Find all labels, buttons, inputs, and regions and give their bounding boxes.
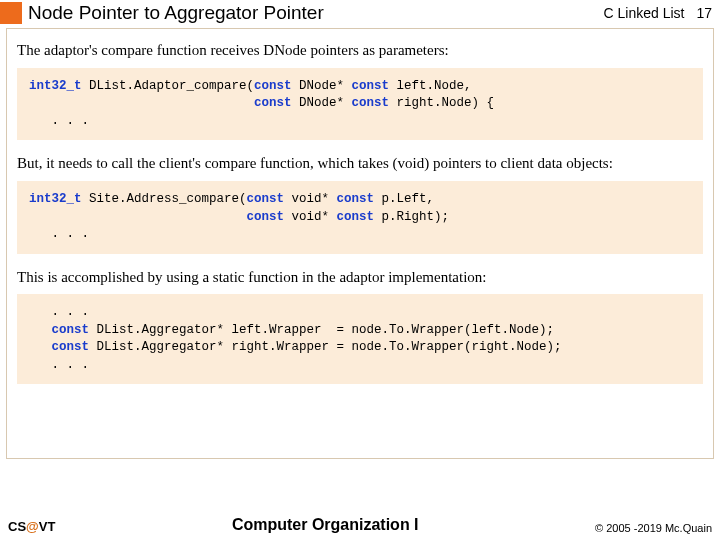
code-block-2: int32_t Site.Address_compare(const void*… bbox=[17, 181, 703, 254]
code-text: DNode* bbox=[292, 79, 352, 93]
footer-cs: CS bbox=[8, 519, 26, 534]
code-ellipsis: . . . bbox=[29, 227, 89, 241]
footer-at: @ bbox=[26, 519, 39, 534]
code-ellipsis: . . . bbox=[29, 114, 89, 128]
code-text: left.Node, bbox=[389, 79, 472, 93]
paragraph-3: This is accomplished by using a static f… bbox=[17, 268, 703, 287]
code-ellipsis: . . . bbox=[29, 305, 89, 319]
code-block-3: . . . const DList.Aggregator* left.Wrapp… bbox=[17, 294, 703, 384]
slide-number: 17 bbox=[696, 5, 712, 21]
slide-header: Node Pointer to Aggregator Pointer C Lin… bbox=[0, 0, 720, 28]
slide-footer: CS@VT Computer Organization I © 2005 -20… bbox=[0, 516, 720, 534]
code-block-1: int32_t DList.Adaptor_compare(const DNod… bbox=[17, 68, 703, 141]
code-pad bbox=[29, 210, 247, 224]
code-text: Site.Address_compare( bbox=[82, 192, 247, 206]
footer-left: CS@VT bbox=[8, 519, 55, 534]
keyword-const: const bbox=[337, 192, 375, 206]
footer-right: © 2005 -2019 Mc.Quain bbox=[595, 522, 712, 534]
keyword-const: const bbox=[254, 79, 292, 93]
slide-title: Node Pointer to Aggregator Pointer bbox=[28, 2, 603, 24]
code-text: right.Node) { bbox=[389, 96, 494, 110]
code-pad bbox=[29, 96, 254, 110]
keyword-const: const bbox=[247, 192, 285, 206]
keyword-const: const bbox=[352, 96, 390, 110]
code-text: void* bbox=[284, 192, 337, 206]
code-text: DNode* bbox=[292, 96, 352, 110]
keyword-int32: int32_t bbox=[29, 79, 82, 93]
footer-center: Computer Organization I bbox=[55, 516, 595, 534]
paragraph-2: But, it needs to call the client's compa… bbox=[17, 154, 703, 173]
content-frame: The adaptor's compare function receives … bbox=[6, 28, 714, 459]
keyword-int32: int32_t bbox=[29, 192, 82, 206]
code-text: p.Left, bbox=[374, 192, 434, 206]
keyword-const: const bbox=[254, 96, 292, 110]
code-pad bbox=[29, 340, 52, 354]
code-ellipsis: . . . bbox=[29, 358, 89, 372]
code-text: DList.Aggregator* right.Wrapper = node.T… bbox=[89, 340, 562, 354]
code-text: void* bbox=[284, 210, 337, 224]
keyword-const: const bbox=[52, 323, 90, 337]
keyword-const: const bbox=[337, 210, 375, 224]
slide-subject: C Linked List bbox=[603, 5, 684, 21]
keyword-const: const bbox=[352, 79, 390, 93]
keyword-const: const bbox=[247, 210, 285, 224]
footer-vt: VT bbox=[39, 519, 56, 534]
code-pad bbox=[29, 323, 52, 337]
code-text: DList.Adaptor_compare( bbox=[82, 79, 255, 93]
paragraph-1: The adaptor's compare function receives … bbox=[17, 41, 703, 60]
accent-square bbox=[0, 2, 22, 24]
code-text: DList.Aggregator* left.Wrapper = node.To… bbox=[89, 323, 554, 337]
keyword-const: const bbox=[52, 340, 90, 354]
code-text: p.Right); bbox=[374, 210, 449, 224]
